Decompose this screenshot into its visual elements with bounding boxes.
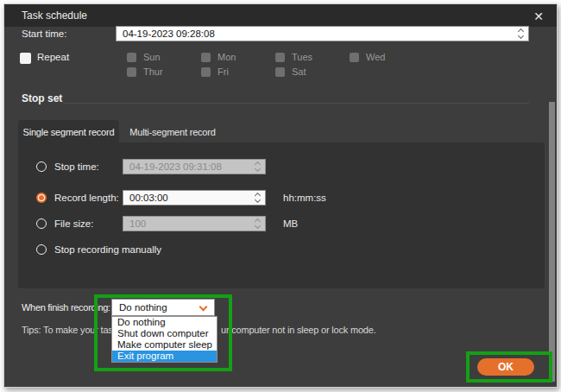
tips-text: Tips: To make your task bbox=[22, 325, 117, 335]
stop-time-row: Stop time: 04-19-2023 09:31:08 bbox=[18, 158, 545, 175]
day-checkbox-icon[interactable] bbox=[201, 53, 211, 62]
spinner-down-icon[interactable] bbox=[254, 197, 260, 203]
dropdown-option-exit-program[interactable]: Exit program bbox=[112, 351, 217, 362]
day-tues[interactable]: Tues bbox=[275, 52, 312, 62]
spinner-down-icon[interactable] bbox=[254, 223, 260, 229]
record-length-row: Record length: 00:03:00 hh:mm:ss bbox=[18, 189, 545, 206]
dialog-title: Task schedule bbox=[22, 9, 87, 22]
stop-time-label: Stop time: bbox=[54, 161, 99, 172]
day-checkbox-icon[interactable] bbox=[201, 67, 211, 77]
file-size-radio[interactable] bbox=[36, 218, 47, 229]
stop-manually-row: Stop recording manually bbox=[18, 241, 545, 258]
day-checkbox-icon[interactable] bbox=[127, 53, 136, 62]
stop-options-panel: Stop time: 04-19-2023 09:31:08 Record le… bbox=[18, 142, 545, 288]
spinner-down-icon[interactable] bbox=[517, 33, 523, 39]
dropdown-option-shut-down[interactable]: Shut down computer bbox=[112, 328, 217, 339]
section-divider bbox=[63, 103, 529, 104]
stop-time-spinner[interactable] bbox=[252, 161, 262, 173]
file-size-row: File size: 100 MB bbox=[18, 215, 545, 232]
day-label: Sun bbox=[143, 52, 161, 62]
start-time-value: 04-19-2023 09:28:08 bbox=[123, 28, 215, 39]
finish-action-label: When finish recording: bbox=[22, 302, 110, 313]
day-sat[interactable]: Sat bbox=[275, 66, 306, 77]
day-checkbox-icon[interactable] bbox=[350, 53, 359, 62]
day-checkbox-icon[interactable] bbox=[275, 67, 285, 77]
repeat-label: Repeat bbox=[37, 52, 69, 62]
dropdown-option-sleep[interactable]: Make computer sleep bbox=[112, 339, 217, 351]
day-label: Wed bbox=[366, 52, 385, 62]
vertical-scrollbar-thumb[interactable] bbox=[549, 102, 555, 382]
tab-multi-segment[interactable]: Multi-segment record bbox=[123, 120, 223, 143]
stop-set-heading: Stop set bbox=[22, 92, 62, 104]
record-length-input[interactable]: 00:03:00 bbox=[123, 190, 266, 205]
day-checkbox-icon[interactable] bbox=[275, 53, 285, 62]
finish-action-selected-value: Do nothing bbox=[119, 302, 167, 313]
record-length-unit: hh:mm:ss bbox=[283, 193, 326, 203]
day-label: Tues bbox=[292, 52, 312, 62]
title-bar: Task schedule ✕ bbox=[4, 4, 557, 27]
chevron-down-icon[interactable] bbox=[199, 303, 208, 312]
start-time-input[interactable]: 04-19-2023 09:28:08 bbox=[116, 26, 529, 41]
task-schedule-dialog: Task schedule ✕ Start time: 04-19-2023 0… bbox=[3, 3, 558, 388]
start-time-label: Start time: bbox=[22, 26, 66, 41]
ok-button[interactable]: OK bbox=[477, 358, 534, 376]
day-label: Sat bbox=[292, 66, 306, 77]
day-fri[interactable]: Fri bbox=[201, 66, 229, 77]
tab-single-segment[interactable]: Single segment record bbox=[18, 120, 119, 143]
day-label: Thur bbox=[143, 66, 163, 77]
record-length-spinner[interactable] bbox=[252, 192, 262, 204]
file-size-spinner[interactable] bbox=[252, 218, 262, 230]
stop-time-value: 04-19-2023 09:31:08 bbox=[129, 161, 222, 172]
finish-action-select[interactable]: Do nothing bbox=[111, 299, 215, 316]
spinner-down-icon[interactable] bbox=[254, 166, 260, 172]
dropdown-option-do-nothing[interactable]: Do nothing bbox=[112, 317, 217, 328]
day-mon[interactable]: Mon bbox=[201, 52, 236, 62]
file-size-input[interactable]: 100 bbox=[123, 216, 266, 231]
stop-manually-radio[interactable] bbox=[36, 244, 47, 255]
record-length-label: Record length: bbox=[54, 193, 119, 203]
file-size-unit: MB bbox=[283, 218, 298, 229]
start-time-spinner[interactable] bbox=[515, 28, 526, 40]
day-wed[interactable]: Wed bbox=[350, 52, 385, 62]
file-size-label: File size: bbox=[54, 218, 93, 229]
finish-action-dropdown-list: Do nothing Shut down computer Make compu… bbox=[111, 316, 217, 363]
record-length-value: 00:03:00 bbox=[129, 193, 168, 203]
stop-time-input[interactable]: 04-19-2023 09:31:08 bbox=[123, 159, 266, 174]
close-icon[interactable]: ✕ bbox=[531, 9, 546, 24]
tips-text-continued: ur computer not in sleep or lock mode. bbox=[221, 325, 376, 335]
day-label: Mon bbox=[217, 52, 236, 62]
day-sun[interactable]: Sun bbox=[127, 52, 161, 62]
stop-time-radio[interactable] bbox=[36, 161, 47, 172]
day-label: Fri bbox=[217, 66, 229, 77]
day-checkbox-icon[interactable] bbox=[127, 67, 136, 77]
stop-manually-label: Stop recording manually bbox=[54, 244, 161, 255]
record-length-radio[interactable] bbox=[36, 193, 47, 203]
file-size-value: 100 bbox=[129, 218, 146, 229]
repeat-checkbox[interactable] bbox=[20, 53, 31, 64]
day-thur[interactable]: Thur bbox=[127, 66, 163, 77]
